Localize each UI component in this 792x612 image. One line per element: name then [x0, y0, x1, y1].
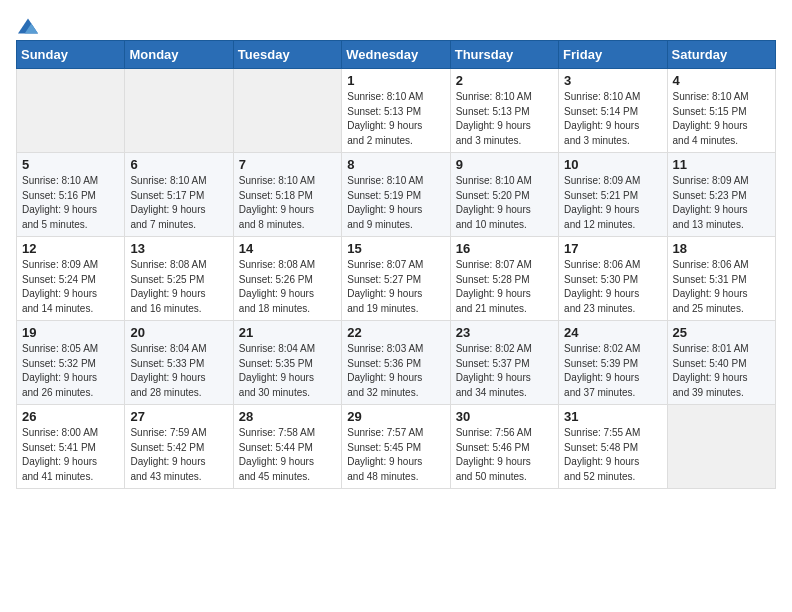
- day-info: Sunrise: 7:55 AM Sunset: 5:48 PM Dayligh…: [564, 426, 661, 484]
- calendar-cell: 22Sunrise: 8:03 AM Sunset: 5:36 PM Dayli…: [342, 321, 450, 405]
- day-info: Sunrise: 8:10 AM Sunset: 5:13 PM Dayligh…: [347, 90, 444, 148]
- calendar-cell: 10Sunrise: 8:09 AM Sunset: 5:21 PM Dayli…: [559, 153, 667, 237]
- day-number: 19: [22, 325, 119, 340]
- calendar-cell: 2Sunrise: 8:10 AM Sunset: 5:13 PM Daylig…: [450, 69, 558, 153]
- day-info: Sunrise: 8:08 AM Sunset: 5:25 PM Dayligh…: [130, 258, 227, 316]
- calendar-cell: 15Sunrise: 8:07 AM Sunset: 5:27 PM Dayli…: [342, 237, 450, 321]
- day-number: 17: [564, 241, 661, 256]
- day-info: Sunrise: 8:10 AM Sunset: 5:13 PM Dayligh…: [456, 90, 553, 148]
- day-info: Sunrise: 8:03 AM Sunset: 5:36 PM Dayligh…: [347, 342, 444, 400]
- calendar-cell: [233, 69, 341, 153]
- day-number: 18: [673, 241, 770, 256]
- calendar-cell: 30Sunrise: 7:56 AM Sunset: 5:46 PM Dayli…: [450, 405, 558, 489]
- calendar-cell: 23Sunrise: 8:02 AM Sunset: 5:37 PM Dayli…: [450, 321, 558, 405]
- weekday-header-saturday: Saturday: [667, 41, 775, 69]
- calendar-cell: 3Sunrise: 8:10 AM Sunset: 5:14 PM Daylig…: [559, 69, 667, 153]
- calendar-cell: 28Sunrise: 7:58 AM Sunset: 5:44 PM Dayli…: [233, 405, 341, 489]
- calendar-cell: 17Sunrise: 8:06 AM Sunset: 5:30 PM Dayli…: [559, 237, 667, 321]
- day-info: Sunrise: 8:07 AM Sunset: 5:27 PM Dayligh…: [347, 258, 444, 316]
- calendar-cell: 24Sunrise: 8:02 AM Sunset: 5:39 PM Dayli…: [559, 321, 667, 405]
- day-info: Sunrise: 8:10 AM Sunset: 5:20 PM Dayligh…: [456, 174, 553, 232]
- calendar-cell: 27Sunrise: 7:59 AM Sunset: 5:42 PM Dayli…: [125, 405, 233, 489]
- day-number: 31: [564, 409, 661, 424]
- day-number: 1: [347, 73, 444, 88]
- day-number: 27: [130, 409, 227, 424]
- day-info: Sunrise: 8:05 AM Sunset: 5:32 PM Dayligh…: [22, 342, 119, 400]
- day-info: Sunrise: 8:02 AM Sunset: 5:39 PM Dayligh…: [564, 342, 661, 400]
- day-number: 7: [239, 157, 336, 172]
- day-number: 21: [239, 325, 336, 340]
- day-info: Sunrise: 8:02 AM Sunset: 5:37 PM Dayligh…: [456, 342, 553, 400]
- day-number: 23: [456, 325, 553, 340]
- day-number: 30: [456, 409, 553, 424]
- calendar-cell: 20Sunrise: 8:04 AM Sunset: 5:33 PM Dayli…: [125, 321, 233, 405]
- day-number: 29: [347, 409, 444, 424]
- day-info: Sunrise: 8:10 AM Sunset: 5:15 PM Dayligh…: [673, 90, 770, 148]
- day-number: 16: [456, 241, 553, 256]
- day-info: Sunrise: 8:10 AM Sunset: 5:16 PM Dayligh…: [22, 174, 119, 232]
- day-info: Sunrise: 8:09 AM Sunset: 5:24 PM Dayligh…: [22, 258, 119, 316]
- day-info: Sunrise: 8:10 AM Sunset: 5:18 PM Dayligh…: [239, 174, 336, 232]
- calendar-cell: 16Sunrise: 8:07 AM Sunset: 5:28 PM Dayli…: [450, 237, 558, 321]
- day-info: Sunrise: 8:08 AM Sunset: 5:26 PM Dayligh…: [239, 258, 336, 316]
- calendar-cell: [17, 69, 125, 153]
- logo: [16, 16, 38, 32]
- weekday-header-thursday: Thursday: [450, 41, 558, 69]
- week-row-5: 26Sunrise: 8:00 AM Sunset: 5:41 PM Dayli…: [17, 405, 776, 489]
- calendar-cell: 11Sunrise: 8:09 AM Sunset: 5:23 PM Dayli…: [667, 153, 775, 237]
- day-info: Sunrise: 7:59 AM Sunset: 5:42 PM Dayligh…: [130, 426, 227, 484]
- day-number: 28: [239, 409, 336, 424]
- calendar-table: SundayMondayTuesdayWednesdayThursdayFrid…: [16, 40, 776, 489]
- calendar-cell: 4Sunrise: 8:10 AM Sunset: 5:15 PM Daylig…: [667, 69, 775, 153]
- day-info: Sunrise: 8:10 AM Sunset: 5:19 PM Dayligh…: [347, 174, 444, 232]
- day-info: Sunrise: 8:07 AM Sunset: 5:28 PM Dayligh…: [456, 258, 553, 316]
- calendar-cell: 26Sunrise: 8:00 AM Sunset: 5:41 PM Dayli…: [17, 405, 125, 489]
- day-info: Sunrise: 8:06 AM Sunset: 5:31 PM Dayligh…: [673, 258, 770, 316]
- day-info: Sunrise: 7:58 AM Sunset: 5:44 PM Dayligh…: [239, 426, 336, 484]
- day-number: 11: [673, 157, 770, 172]
- calendar-cell: 21Sunrise: 8:04 AM Sunset: 5:35 PM Dayli…: [233, 321, 341, 405]
- week-row-3: 12Sunrise: 8:09 AM Sunset: 5:24 PM Dayli…: [17, 237, 776, 321]
- day-number: 22: [347, 325, 444, 340]
- day-info: Sunrise: 8:09 AM Sunset: 5:23 PM Dayligh…: [673, 174, 770, 232]
- day-info: Sunrise: 8:09 AM Sunset: 5:21 PM Dayligh…: [564, 174, 661, 232]
- day-number: 14: [239, 241, 336, 256]
- calendar-cell: [667, 405, 775, 489]
- calendar-cell: 1Sunrise: 8:10 AM Sunset: 5:13 PM Daylig…: [342, 69, 450, 153]
- calendar-cell: 19Sunrise: 8:05 AM Sunset: 5:32 PM Dayli…: [17, 321, 125, 405]
- logo-icon: [18, 16, 38, 36]
- calendar-cell: 25Sunrise: 8:01 AM Sunset: 5:40 PM Dayli…: [667, 321, 775, 405]
- weekday-header-sunday: Sunday: [17, 41, 125, 69]
- day-number: 12: [22, 241, 119, 256]
- day-info: Sunrise: 8:06 AM Sunset: 5:30 PM Dayligh…: [564, 258, 661, 316]
- calendar-cell: 7Sunrise: 8:10 AM Sunset: 5:18 PM Daylig…: [233, 153, 341, 237]
- weekday-header-friday: Friday: [559, 41, 667, 69]
- day-number: 13: [130, 241, 227, 256]
- day-number: 2: [456, 73, 553, 88]
- weekday-header-monday: Monday: [125, 41, 233, 69]
- calendar-cell: 6Sunrise: 8:10 AM Sunset: 5:17 PM Daylig…: [125, 153, 233, 237]
- week-row-2: 5Sunrise: 8:10 AM Sunset: 5:16 PM Daylig…: [17, 153, 776, 237]
- day-info: Sunrise: 8:04 AM Sunset: 5:35 PM Dayligh…: [239, 342, 336, 400]
- day-info: Sunrise: 7:57 AM Sunset: 5:45 PM Dayligh…: [347, 426, 444, 484]
- day-info: Sunrise: 8:04 AM Sunset: 5:33 PM Dayligh…: [130, 342, 227, 400]
- day-number: 4: [673, 73, 770, 88]
- calendar-cell: 31Sunrise: 7:55 AM Sunset: 5:48 PM Dayli…: [559, 405, 667, 489]
- page-header: [16, 16, 776, 32]
- day-info: Sunrise: 7:56 AM Sunset: 5:46 PM Dayligh…: [456, 426, 553, 484]
- calendar-cell: 8Sunrise: 8:10 AM Sunset: 5:19 PM Daylig…: [342, 153, 450, 237]
- calendar-cell: [125, 69, 233, 153]
- calendar-cell: 12Sunrise: 8:09 AM Sunset: 5:24 PM Dayli…: [17, 237, 125, 321]
- weekday-header-tuesday: Tuesday: [233, 41, 341, 69]
- day-number: 10: [564, 157, 661, 172]
- day-number: 20: [130, 325, 227, 340]
- day-number: 5: [22, 157, 119, 172]
- day-number: 8: [347, 157, 444, 172]
- calendar-cell: 5Sunrise: 8:10 AM Sunset: 5:16 PM Daylig…: [17, 153, 125, 237]
- day-number: 26: [22, 409, 119, 424]
- day-info: Sunrise: 8:10 AM Sunset: 5:14 PM Dayligh…: [564, 90, 661, 148]
- day-info: Sunrise: 8:01 AM Sunset: 5:40 PM Dayligh…: [673, 342, 770, 400]
- day-number: 24: [564, 325, 661, 340]
- week-row-4: 19Sunrise: 8:05 AM Sunset: 5:32 PM Dayli…: [17, 321, 776, 405]
- day-number: 3: [564, 73, 661, 88]
